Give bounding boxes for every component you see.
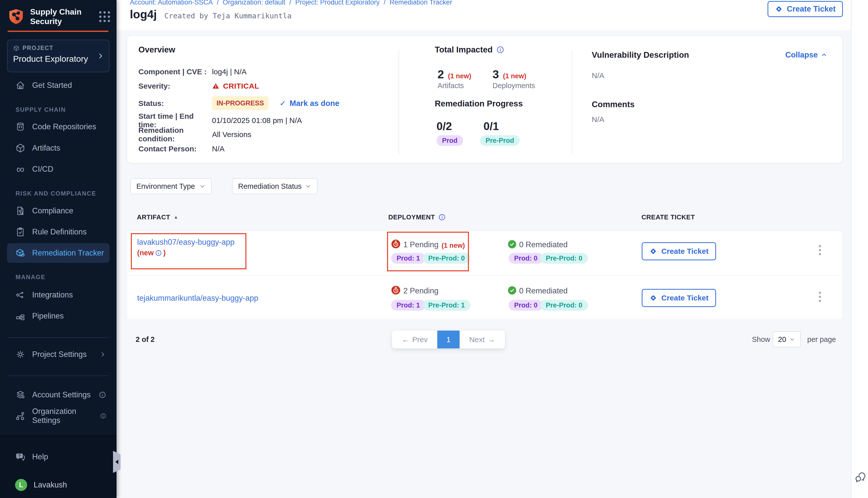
pending-count: 1 Pending (403, 240, 439, 249)
impacted-deployments-label: Deployments (493, 82, 535, 90)
status-badge: IN-PROGRESS (212, 96, 269, 110)
column-header-artifact[interactable]: ARTIFACT ▲ (137, 213, 178, 221)
vulnerability-description-title: Vulnerability Description (592, 50, 689, 60)
chevron-right-icon (100, 351, 106, 358)
breadcrumb-account[interactable]: Account: Automation-SSCA (130, 0, 213, 6)
impacted-artifacts-label: Artifacts (438, 82, 464, 90)
user-name: Lavakush (34, 481, 67, 489)
info-icon[interactable] (496, 46, 504, 53)
artifact-link[interactable]: lavakush07/easy-buggy-app (137, 238, 235, 247)
panel-divider (572, 50, 572, 154)
project-selector[interactable]: PROJECT Product Exploratory (7, 40, 109, 72)
per-page-label: per page (807, 335, 836, 344)
page-size-select[interactable]: 20 (773, 331, 801, 348)
row-divider (127, 275, 842, 276)
page-number-button[interactable]: 1 (437, 331, 459, 349)
chevron-down-icon (305, 183, 311, 189)
sidebar-section-supply-chain: SUPPLY CHAIN (16, 106, 66, 113)
column-header-deployment: DEPLOYMENT (388, 213, 445, 221)
breadcrumb-separator: / (289, 0, 292, 6)
overview-row-contact: Contact Person: N/A (138, 145, 224, 153)
sidebar: Supply Chain Security PROJECT Product Ex… (0, 0, 117, 498)
right-rail (851, 0, 868, 498)
compliance-document-icon (15, 206, 26, 216)
remediation-tracker-icon (15, 248, 26, 258)
breadcrumb-project[interactable]: Project: Product Exploratory (295, 0, 379, 6)
breadcrumb-organization[interactable]: Organization: default (223, 0, 285, 6)
breadcrumb-separator: / (217, 0, 219, 6)
user-menu[interactable]: L Lavakush (7, 475, 109, 495)
next-page-button[interactable]: Next → (459, 331, 505, 349)
info-icon[interactable] (155, 250, 162, 256)
sidebar-item-code-repositories[interactable]: Code Repositories (7, 117, 109, 136)
project-label: PROJECT (23, 45, 53, 51)
deployment-prod-badge: Prod: 1 (391, 300, 426, 311)
sidebar-item-pipelines[interactable]: Pipelines (7, 306, 109, 326)
sidebar-item-cicd[interactable]: ∞ CI/CD (7, 159, 109, 179)
sidebar-item-rule-definitions[interactable]: Rule Definitions (7, 222, 109, 242)
sidebar-item-account-settings[interactable]: Account Settings (7, 385, 109, 405)
artifact-link[interactable]: tejakummarikuntla/easy-buggy-app (137, 294, 258, 303)
help-chat-icon: ? (15, 451, 26, 462)
sidebar-item-help[interactable]: ? Help (7, 447, 109, 467)
page-title: log4j Created by Teja Kummarikuntla (130, 8, 292, 21)
supply-chain-security-app: Supply Chain Security PROJECT Product Ex… (0, 0, 868, 498)
remediation-status-filter[interactable]: Remediation Status (232, 178, 318, 194)
sidebar-collapse-handle[interactable] (113, 451, 120, 473)
sidebar-item-project-settings[interactable]: Project Settings (7, 345, 109, 364)
deployment-prod-badge: Prod: 1 (391, 253, 426, 264)
create-ticket-button-row[interactable]: Create Ticket (642, 242, 716, 260)
sort-ascending-icon: ▲ (174, 214, 178, 220)
chevron-down-icon (789, 336, 795, 342)
pending-new-indicator: (1 new) (442, 242, 465, 249)
remediated-check-icon (508, 240, 517, 249)
remediated-check-icon (508, 286, 517, 295)
app-switcher-grid-icon[interactable] (99, 11, 110, 22)
info-icon (99, 391, 106, 398)
sidebar-item-artifacts[interactable]: Artifacts (7, 138, 109, 158)
warning-triangle-icon (212, 82, 220, 90)
artifact-new-indicator: (new ) (137, 249, 166, 257)
svg-text:?: ? (18, 454, 21, 458)
breadcrumb-separator: / (384, 0, 386, 6)
progress-preprod-value: 0/1 (483, 120, 499, 132)
create-ticket-button-header[interactable]: Create Ticket (767, 1, 843, 17)
sidebar-item-remediation-tracker[interactable]: Remediation Tracker (7, 243, 109, 263)
sidebar-item-compliance[interactable]: Compliance (7, 201, 109, 221)
integrations-icon (15, 290, 26, 300)
show-label: Show (752, 335, 770, 344)
create-ticket-button-row[interactable]: Create Ticket (642, 289, 716, 307)
sidebar-item-integrations[interactable]: Integrations (7, 285, 109, 305)
left-arrow-icon: ← (402, 335, 409, 344)
collapse-link[interactable]: Collapse (785, 51, 827, 60)
remediation-progress-title: Remediation Progress (435, 99, 523, 108)
info-icon[interactable] (439, 214, 445, 221)
created-by-text: Created by Teja Kummarikuntla (164, 12, 292, 20)
overview-row-status: Status: IN-PROGRESS ✓ Mark as done (138, 96, 339, 110)
sidebar-item-get-started[interactable]: Get Started (7, 76, 109, 95)
prev-page-button[interactable]: ← Prev (392, 331, 437, 349)
organization-settings-icon (15, 411, 26, 421)
chat-bubbles-icon[interactable] (854, 471, 866, 483)
mark-as-done-link[interactable]: ✓ Mark as done (280, 99, 339, 108)
main-content: Account: Automation-SSCA/Organization: d… (117, 0, 852, 498)
row-menu-button[interactable] (816, 242, 824, 258)
ticket-diamond-icon (775, 5, 783, 13)
sidebar-header: Supply Chain Security (8, 7, 110, 26)
infinity-icon: ∞ (15, 164, 26, 174)
prod-badge: Prod (437, 135, 463, 146)
remediated-preprod-badge: Pre-Prod: 0 (540, 253, 588, 264)
sidebar-section-manage: MANAGE (16, 274, 46, 280)
impacted-deployments-count: 3 (1 new) (493, 67, 527, 81)
overview-row-component: Component | CVE : log4j | N/A (138, 67, 247, 76)
sidebar-footer: ? Help L Lavakush (0, 435, 117, 498)
sidebar-item-organization-settings[interactable]: Organization Settings (7, 406, 109, 426)
row-menu-button[interactable] (816, 289, 824, 305)
sidebar-section-risk-compliance: RISK AND COMPLIANCE (16, 190, 96, 197)
environment-type-filter[interactable]: Environment Type (130, 178, 212, 194)
annotation-highlight-deployment (387, 232, 469, 271)
breadcrumb-remediation-tracker[interactable]: Remediation Tracker (390, 0, 452, 6)
preprod-badge: Pre-Prod (480, 135, 520, 146)
overview-row-condition: Remediation condition: All Versions (138, 126, 251, 143)
overview-row-severity: Severity: CRITICAL (138, 82, 259, 90)
